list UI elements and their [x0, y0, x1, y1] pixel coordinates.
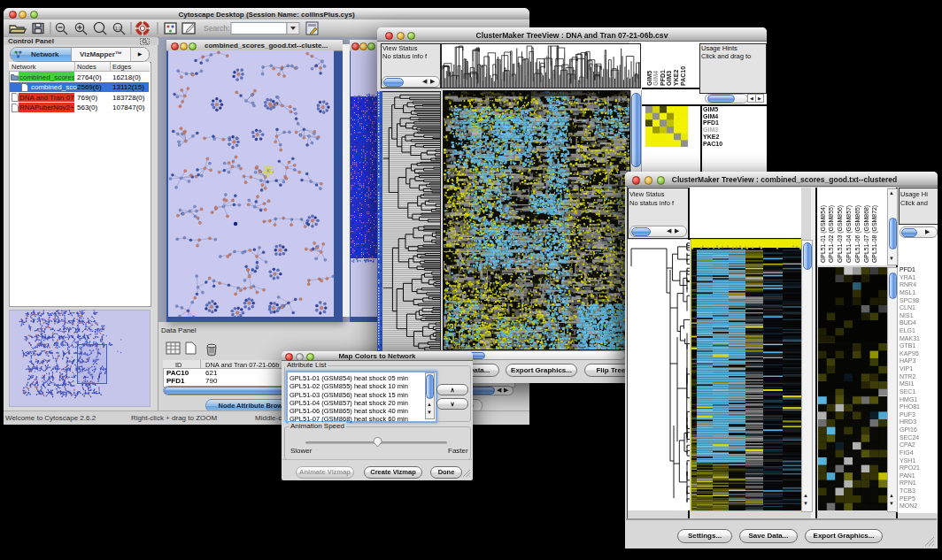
- svg-text:Search:: Search:: [204, 24, 229, 33]
- svg-text:1:1: 1:1: [115, 26, 121, 31]
